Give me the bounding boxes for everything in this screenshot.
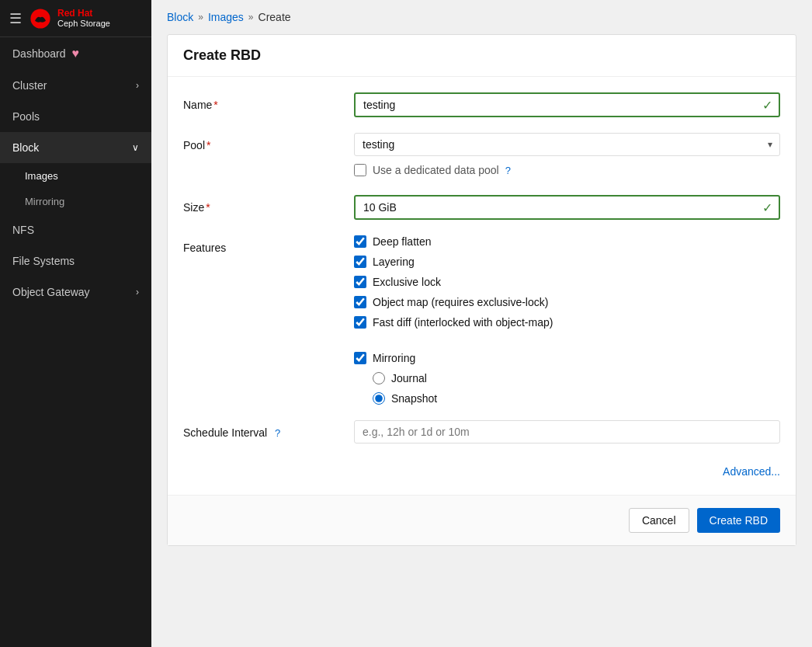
- feature-exclusive-lock[interactable]: Exclusive lock: [354, 276, 780, 288]
- size-row: Size* ✓: [183, 195, 780, 220]
- feature-object-map-checkbox[interactable]: [354, 296, 366, 308]
- pool-required: *: [206, 139, 210, 151]
- pool-row: Pool* testing ▾ Use a dedicated data poo…: [183, 133, 780, 179]
- feature-object-map-label: Object map (requires exclusive-lock): [373, 296, 548, 308]
- feature-layering[interactable]: Layering: [354, 256, 780, 268]
- cancel-button[interactable]: Cancel: [629, 508, 689, 533]
- size-input-wrapper: ✓: [354, 195, 780, 220]
- pool-select-wrapper: testing ▾: [354, 133, 780, 156]
- size-valid-icon: ✓: [762, 200, 772, 215]
- create-rbd-button[interactable]: Create RBD: [697, 508, 780, 533]
- sidebar-item-objectgateway[interactable]: Object Gateway ›: [0, 277, 151, 308]
- mirror-mode-journal-label: Journal: [391, 372, 427, 384]
- feature-mirroring-label: Mirroring: [373, 352, 415, 364]
- feature-layering-checkbox[interactable]: [354, 256, 366, 268]
- name-row: Name* ✓: [183, 92, 780, 117]
- heart-icon: ♥: [72, 47, 80, 61]
- size-label: Size*: [183, 195, 354, 214]
- schedule-interval-control: [354, 420, 780, 444]
- breadcrumb-sep-2: »: [248, 12, 254, 23]
- breadcrumb-block[interactable]: Block: [167, 11, 193, 23]
- size-input[interactable]: [354, 195, 780, 220]
- mirror-mode-journal[interactable]: Journal: [373, 372, 780, 384]
- pools-label: Pools: [12, 110, 40, 123]
- mirror-mode-snapshot-label: Snapshot: [391, 392, 437, 405]
- sidebar-item-pools[interactable]: Pools: [0, 101, 151, 132]
- feature-deep-flatten-checkbox[interactable]: [354, 235, 366, 248]
- schedule-interval-label: Schedule Interval ?: [183, 420, 354, 439]
- redhat-logo: [29, 8, 51, 30]
- dedicated-pool-checkbox[interactable]: [354, 164, 366, 176]
- feature-mirroring[interactable]: Mirroring: [354, 352, 780, 364]
- feature-exclusive-lock-checkbox[interactable]: [354, 276, 366, 288]
- mirror-mode-journal-radio[interactable]: [373, 372, 385, 384]
- sidebar-header: ☰ Red Hat Ceph Storage: [0, 0, 151, 37]
- dedicated-pool-label[interactable]: Use a dedicated data pool: [373, 164, 499, 176]
- dedicated-pool-row: Use a dedicated data pool ?: [354, 164, 780, 176]
- advanced-link[interactable]: Advanced...: [723, 465, 780, 478]
- hamburger-icon[interactable]: ☰: [9, 10, 22, 27]
- name-label: Name*: [183, 92, 354, 111]
- breadcrumb-sep-1: »: [198, 12, 203, 23]
- feature-mirroring-checkbox[interactable]: [354, 352, 366, 364]
- mirroring-label: Mirroring: [25, 196, 64, 207]
- feature-deep-flatten[interactable]: Deep flatten: [354, 235, 780, 248]
- breadcrumb-images[interactable]: Images: [208, 11, 244, 23]
- form-footer: Cancel Create RBD: [168, 495, 796, 545]
- images-label: Images: [25, 170, 58, 182]
- logo-text: Red Hat Ceph Storage: [57, 8, 110, 30]
- sidebar-subitem-images[interactable]: Images: [0, 163, 151, 189]
- feature-fast-diff-checkbox[interactable]: [354, 316, 366, 329]
- breadcrumb: Block » Images » Create: [151, 0, 812, 34]
- sidebar: ☰ Red Hat Ceph Storage Dashboard ♥ Clust…: [0, 0, 151, 647]
- name-required: *: [213, 99, 217, 111]
- dashboard-label: Dashboard: [12, 47, 66, 60]
- name-input-wrapper: ✓: [354, 92, 780, 117]
- form-title: Create RBD: [168, 35, 796, 77]
- mirror-mode-snapshot[interactable]: Snapshot: [373, 392, 780, 405]
- sidebar-item-nfs[interactable]: NFS: [0, 214, 151, 245]
- form-body: Name* ✓ Pool* testing: [168, 77, 796, 495]
- size-required: *: [206, 201, 210, 214]
- pool-select[interactable]: testing: [354, 133, 780, 156]
- feature-fast-diff-label: Fast diff (interlocked with object-map): [373, 316, 553, 329]
- name-control: ✓: [354, 92, 780, 117]
- filesystems-label: File Systems: [12, 255, 75, 267]
- dedicated-pool-help-icon[interactable]: ?: [505, 165, 511, 176]
- logo-area: Red Hat Ceph Storage: [29, 8, 110, 30]
- create-rbd-card: Create RBD Name* ✓ Pool*: [167, 34, 796, 546]
- sidebar-item-block[interactable]: Block ∨: [0, 132, 151, 163]
- nfs-label: NFS: [12, 224, 34, 236]
- sidebar-item-filesystems[interactable]: File Systems: [0, 245, 151, 277]
- pool-control: testing ▾ Use a dedicated data pool ?: [354, 133, 780, 179]
- chevron-down-icon: ∨: [132, 142, 139, 153]
- chevron-right-icon-og: ›: [136, 287, 139, 297]
- breadcrumb-create: Create: [259, 11, 291, 23]
- objectgateway-label: Object Gateway: [12, 286, 90, 298]
- features-control: Deep flatten Layering Exclusive lock: [354, 235, 780, 405]
- name-valid-icon: ✓: [762, 98, 772, 113]
- feature-layering-label: Layering: [373, 256, 415, 268]
- schedule-interval-input[interactable]: [354, 420, 780, 444]
- sidebar-item-cluster[interactable]: Cluster ›: [0, 70, 151, 101]
- features-row: Features Deep flatten Layering: [183, 235, 780, 405]
- product-label: Ceph Storage: [57, 19, 110, 29]
- features-label: Features: [183, 235, 354, 254]
- mirror-mode-snapshot-radio[interactable]: [373, 392, 385, 405]
- sidebar-subitem-mirroring[interactable]: Mirroring: [0, 189, 151, 214]
- schedule-interval-help-icon[interactable]: ?: [275, 427, 280, 439]
- features-checkbox-group: Deep flatten Layering Exclusive lock: [354, 235, 780, 405]
- size-control: ✓: [354, 195, 780, 220]
- pool-label: Pool*: [183, 133, 354, 151]
- brand-label: Red Hat: [57, 8, 110, 19]
- name-input[interactable]: [354, 92, 780, 117]
- main-content: Block » Images » Create Create RBD Name*…: [151, 0, 812, 647]
- block-label: Block: [12, 141, 39, 154]
- feature-deep-flatten-label: Deep flatten: [373, 235, 432, 248]
- advanced-link-row: Advanced...: [183, 459, 780, 487]
- feature-object-map[interactable]: Object map (requires exclusive-lock): [354, 296, 780, 308]
- schedule-interval-row: Schedule Interval ?: [183, 420, 780, 444]
- sidebar-item-dashboard[interactable]: Dashboard ♥: [0, 37, 151, 70]
- feature-fast-diff[interactable]: Fast diff (interlocked with object-map): [354, 316, 780, 329]
- chevron-right-icon: ›: [136, 80, 139, 91]
